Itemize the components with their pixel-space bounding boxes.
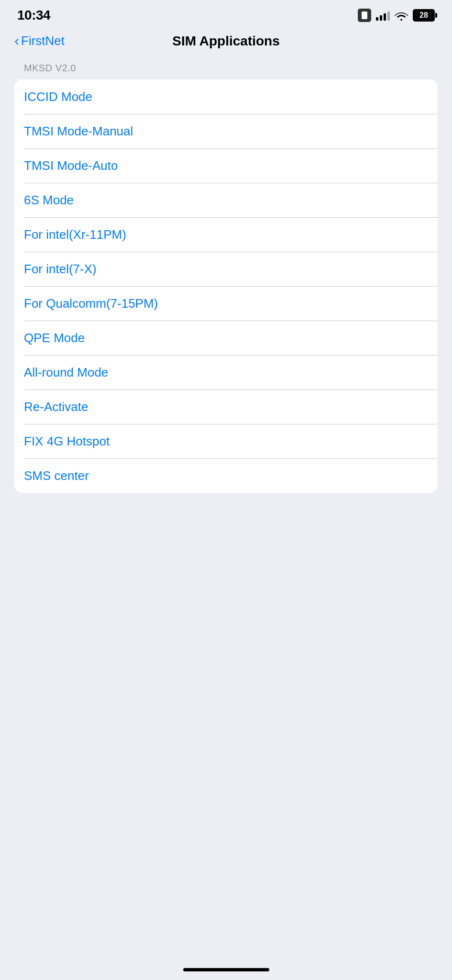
list-item-label-qpe-mode: QPE Mode — [24, 331, 85, 345]
back-label: FirstNet — [21, 33, 65, 48]
list-item-for-intel-xr-11pm[interactable]: For intel(Xr-11PM) — [14, 217, 438, 252]
page-title: SIM Applications — [172, 33, 280, 49]
list-item-label-tmsi-mode-auto: TMSI Mode-Auto — [24, 158, 118, 173]
list-item-fix-4g-hotspot[interactable]: FIX 4G Hotspot — [14, 424, 438, 458]
signal-icon — [376, 10, 390, 21]
section-label: MKSD V2.0 — [14, 63, 438, 74]
list-item-sms-center[interactable]: SMS center — [14, 458, 438, 493]
list-item-qpe-mode[interactable]: QPE Mode — [14, 321, 438, 355]
list-item-label-for-qualcomm-7-15pm: For Qualcomm(7-15PM) — [24, 296, 158, 311]
list-item-label-for-intel-7-x: For intel(7-X) — [24, 262, 97, 277]
list-item-tmsi-mode-manual[interactable]: TMSI Mode-Manual — [14, 114, 438, 148]
list-item-for-intel-7-x[interactable]: For intel(7-X) — [14, 252, 438, 286]
list-item-label-6s-mode: 6S Mode — [24, 193, 74, 208]
list-item-label-iccid-mode: ICCID Mode — [24, 89, 92, 104]
back-button[interactable]: ‹ FirstNet — [14, 33, 65, 48]
list-item-label-sms-center: SMS center — [24, 468, 89, 483]
list-item-label-fix-4g-hotspot: FIX 4G Hotspot — [24, 434, 110, 449]
id-icon — [358, 9, 371, 22]
wifi-icon — [395, 10, 408, 21]
nav-header: ‹ FirstNet SIM Applications — [0, 29, 452, 58]
list-item-iccid-mode[interactable]: ICCID Mode — [14, 79, 438, 114]
list-item-label-all-round-mode: All-round Mode — [24, 365, 108, 380]
list-item-6s-mode[interactable]: 6S Mode — [14, 183, 438, 217]
list-item-label-tmsi-mode-manual: TMSI Mode-Manual — [24, 124, 133, 139]
status-bar: 10:34 28 — [0, 0, 452, 29]
list-item-re-activate[interactable]: Re-Activate — [14, 390, 438, 424]
list-item-for-qualcomm-7-15pm[interactable]: For Qualcomm(7-15PM) — [14, 286, 438, 321]
status-icons: 28 — [358, 9, 435, 22]
content-area: MKSD V2.0 ICCID ModeTMSI Mode-ManualTMSI… — [0, 58, 452, 522]
list-item-label-for-intel-xr-11pm: For intel(Xr-11PM) — [24, 227, 126, 242]
list-item-tmsi-mode-auto[interactable]: TMSI Mode-Auto — [14, 148, 438, 183]
battery-icon: 28 — [413, 9, 435, 22]
list-item-label-re-activate: Re-Activate — [24, 400, 88, 414]
list-card: ICCID ModeTMSI Mode-ManualTMSI Mode-Auto… — [14, 79, 438, 493]
back-chevron-icon: ‹ — [14, 33, 19, 48]
status-time: 10:34 — [17, 8, 50, 23]
home-indicator — [183, 968, 269, 971]
list-item-all-round-mode[interactable]: All-round Mode — [14, 355, 438, 390]
